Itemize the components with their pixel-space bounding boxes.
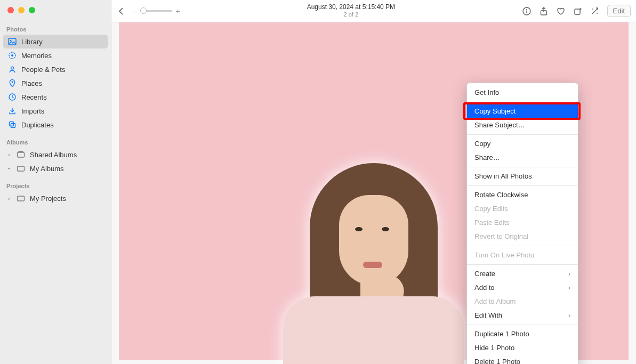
menu-label: Delete 1 Photo [474,357,520,364]
sidebar-item-imports[interactable]: Imports [3,104,108,118]
sidebar-item-label: Duplicates [21,121,54,129]
menu-hide[interactable]: Hide 1 Photo [467,341,578,355]
sidebar-item-shared-albums[interactable]: › Shared Albums [3,148,108,161]
svg-rect-0 [9,38,16,45]
chevron-right-icon[interactable]: › [6,196,12,201]
fullscreen-window-button[interactable] [29,7,35,13]
folder-icon [16,194,26,203]
window-controls [0,0,111,19]
menu-copy-edits: Copy Edits [467,202,578,216]
zoom-knob[interactable] [140,7,147,14]
sidebar-item-memories[interactable]: Memories [3,48,108,62]
back-button[interactable] [117,6,126,16]
menu-duplicate[interactable]: Duplicate 1 Photo [467,327,578,341]
svg-point-18 [597,13,598,14]
svg-point-5 [12,82,13,83]
menu-separator [467,264,578,265]
svg-point-1 [10,40,12,42]
edit-button[interactable]: Edit [607,5,631,17]
menu-label: Rotate Clockwise [474,190,528,200]
memories-icon [7,51,17,60]
context-menu: Get Info Copy Subject Share Subject… Cop… [466,83,578,364]
photo-viewer[interactable]: Get Info Copy Subject Share Subject… Cop… [111,22,636,364]
share-icon[interactable] [539,6,549,16]
annotation-highlight-box [463,102,581,120]
chevron-down-icon[interactable]: › [6,166,12,171]
menu-rotate[interactable]: Rotate Clockwise [467,188,578,202]
sidebar-item-label: Memories [21,52,52,60]
menu-copy[interactable]: Copy [467,137,578,151]
sidebar-item-label: Imports [21,107,44,115]
svg-point-3 [11,54,13,56]
menu-revert: Revert to Original [467,230,578,244]
menu-live-photo: Turn On Live Photo [467,248,578,262]
menu-add-album: Add to Album [467,295,578,309]
sidebar-item-my-albums[interactable]: › My Albums [3,161,108,175]
menu-label: Share… [474,153,500,163]
enhance-icon[interactable] [590,6,600,16]
menu-create[interactable]: Create› [467,267,578,281]
sidebar-item-people-pets[interactable]: People & Pets [3,62,108,76]
menu-delete[interactable]: Delete 1 Photo [467,355,578,364]
photo-timestamp: August 30, 2024 at 5:15:40 PM [186,3,516,11]
menu-label: Add to [474,283,495,293]
menu-label: Turn On Live Photo [474,250,534,260]
svg-rect-16 [575,9,580,14]
sidebar-item-label: My Albums [30,165,64,173]
sidebar: Photos Library Memories People & Pets Pl… [0,0,111,364]
photo-counter: 2 of 2 [186,11,516,19]
sidebar-item-library[interactable]: Library [3,35,108,48]
svg-rect-14 [526,10,527,13]
svg-point-13 [526,9,527,10]
chevron-right-icon: › [568,283,570,293]
menu-label: Copy Edits [474,204,508,214]
svg-point-4 [11,67,14,69]
menu-label: Get Info [474,88,499,98]
menu-share[interactable]: Share… [467,151,578,165]
zoom-in-label[interactable]: + [175,6,180,15]
duplicates-icon [7,120,17,129]
menu-separator [467,167,578,167]
folder-icon [16,164,26,173]
zoom-slider[interactable] [140,10,172,12]
people-icon [7,65,17,74]
chevron-right-icon: › [568,311,570,320]
menu-share-subject[interactable]: Share Subject… [467,118,578,132]
menu-label: Add to Album [474,297,516,306]
rotate-icon[interactable] [573,6,583,16]
sidebar-item-places[interactable]: Places [3,76,108,90]
imports-icon [7,107,17,115]
menu-separator [467,185,578,186]
sidebar-item-duplicates[interactable]: Duplicates [3,118,108,132]
menu-separator [467,134,578,135]
sidebar-item-label: My Projects [30,195,66,203]
menu-label: Paste Edits [474,218,510,228]
chevron-right-icon[interactable]: › [6,152,12,158]
chevron-right-icon: › [568,269,570,279]
svg-rect-10 [18,166,25,171]
sidebar-section-albums: Albums [0,132,111,148]
shared-albums-icon [16,150,26,159]
minimize-window-button[interactable] [18,7,25,13]
sidebar-item-label: Places [21,79,42,87]
sidebar-item-label: Shared Albums [30,151,77,159]
close-window-button[interactable] [7,7,14,13]
info-icon[interactable] [522,6,532,16]
zoom-control[interactable]: – + [133,6,180,15]
sidebar-item-recents[interactable]: Recents [3,90,108,104]
sidebar-item-label: People & Pets [21,66,65,74]
svg-rect-7 [10,122,14,126]
places-icon [7,79,17,87]
library-icon [7,37,17,46]
menu-get-info[interactable]: Get Info [467,86,578,100]
sidebar-item-label: Library [21,38,43,46]
sidebar-item-my-projects[interactable]: › My Projects [3,191,108,205]
menu-label: Copy [474,139,490,149]
svg-point-17 [592,9,593,10]
menu-show-all[interactable]: Show in All Photos [467,169,578,183]
menu-edit-with[interactable]: Edit With› [467,309,578,322]
menu-add-to[interactable]: Add to› [467,281,578,295]
zoom-out-label[interactable]: – [133,6,137,15]
favorite-icon[interactable] [556,6,566,16]
menu-separator [467,325,578,325]
